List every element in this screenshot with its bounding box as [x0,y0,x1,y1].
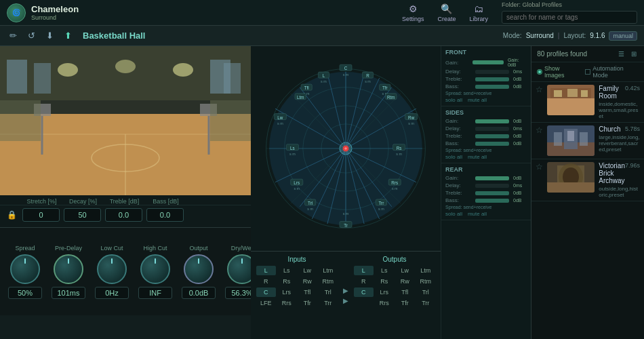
venue-svg [0,46,251,195]
app-logo: 🌀 [7,3,26,22]
automation-option[interactable]: Automation Mode [585,65,639,79]
svg-text:s m: s m [277,121,283,125]
input-Rtm: Rtm [319,277,338,286]
treble-label: Treble [dB] [106,198,143,205]
sides-solo-all[interactable]: solo all [445,154,462,160]
profile-time-1: 0.42s [625,85,640,101]
left-panel: Stretch [%] Decay [%] Treble [dB] Bass [… [0,46,251,339]
outputs-panel: Outputs L Ls Lw Ltm R Rs Rw Rtm C Lrs Tf… [348,252,441,339]
svg-text:s m: s m [378,207,384,211]
arrow-right-icon: ▶ [343,287,348,294]
profile-tags-2: large,inside,long,reverberant,sacred,pre… [599,134,640,153]
stretch-value[interactable]: 0 [22,208,60,222]
svg-text:C: C [344,66,348,71]
svg-text:Tfl: Tfl [304,85,309,90]
nav-library[interactable]: 🗂 Library [469,3,488,22]
input-L: L [256,266,276,275]
automation-label: Automation Mode [592,65,639,79]
svg-text:Rrs: Rrs [391,180,398,185]
nav-settings[interactable]: ⚙ Settings [402,3,424,22]
sides-mute-all[interactable]: mute all [468,154,487,160]
profile-view-buttons: ☰ ⊞ [616,49,639,58]
mode-label: Mode: [503,32,522,39]
profile-item-church[interactable]: ☆ Church 5.78s la [531,123,644,159]
profile-header: 80 profiles found ☰ ⊞ [531,46,644,62]
input-C: C [256,287,276,297]
svg-text:s m: s m [343,73,349,77]
profile-item-family-room[interactable]: ☆ Family Room 0.42s [531,82,644,123]
spread-label: Spread [15,245,35,252]
profile-tags-3: outside,long,historic,preset [599,186,640,198]
spread-control[interactable] [10,254,40,284]
output-Rs: Rs [375,277,395,286]
input-Trl: Trl [319,287,338,297]
svg-text:Ltm: Ltm [297,95,304,100]
lowcut-knob: Low Cut 0Hz [95,245,129,299]
predelay-label: Pre-Delay [55,245,82,252]
folder-area: Folder: Global Profiles [502,1,637,24]
rear-solo-all[interactable]: solo all [445,211,462,217]
profile-thumb-1 [547,85,595,115]
svg-point-8 [173,63,193,77]
svg-text:Rw: Rw [408,115,415,120]
profile-item-archway[interactable]: ☆ Victorian Brick Archway 7.96s [531,159,644,201]
center-panel: C s m L s m R s m Tfl s m Tf [251,46,441,339]
profile-name-1: Family Room [599,85,625,100]
sides-strip: SIDES Gain: 0dB Delay: 0ms Treble: 0dB B… [441,106,531,163]
output-Rtm: Rtm [416,277,436,286]
front-solo-all[interactable]: solo all [445,97,462,103]
folder-search-input[interactable] [502,11,637,24]
profile-thumb-3 [547,162,595,193]
star-icon-2[interactable]: ☆ [536,125,543,135]
treble-value[interactable]: 0.0 [105,208,142,222]
bass-label: Bass [dB] [147,198,184,205]
output-label: Output [189,245,207,252]
decay-value[interactable]: 50 [64,208,101,222]
star-icon-1[interactable]: ☆ [536,85,543,94]
svg-rect-18 [210,100,251,141]
list-view-btn[interactable]: ☰ [616,49,626,58]
download-button[interactable]: ⬇ [43,29,56,42]
front-gain: Gain: Gain: 0dB [445,58,527,67]
output-C: C [354,287,374,297]
nav-create[interactable]: 🔍 Create [437,3,456,22]
svg-rect-2 [7,60,27,94]
create-icon: 🔍 [441,3,452,14]
rear-mute-all[interactable]: mute all [468,211,487,217]
header: 🌀 Chameleon Surround ⚙ Settings 🔍 Create… [0,0,644,26]
input-Rrs: Rrs [277,298,297,308]
mode-area: Mode: Surround | Layout: 9.1.6 manual [503,31,637,41]
bass-value[interactable]: 0.0 [146,208,184,222]
inputs-title: Inputs [256,256,338,263]
edit-button[interactable]: ✏ [7,29,20,42]
show-images-option[interactable]: Show Images [537,65,580,79]
output-control[interactable] [184,254,214,284]
star-icon-3[interactable]: ☆ [536,162,543,172]
lowcut-control[interactable] [97,254,127,284]
output-Rrs: Rrs [375,298,395,308]
output-L: L [354,266,374,275]
manual-button[interactable]: manual [609,31,637,41]
input-Tfl: Tfl [298,287,317,297]
front-mute-all[interactable]: mute all [468,97,487,103]
logo-area: 🌀 Chameleon Surround [7,3,102,22]
svg-text:Tr: Tr [344,223,348,228]
highcut-control[interactable] [140,254,170,284]
main: Stretch [%] Decay [%] Treble [dB] Bass [… [0,46,644,339]
profile-panel: 80 profiles found ☰ ⊞ Show Images Automa… [531,46,644,339]
venue-image [0,46,251,195]
grid-view-btn[interactable]: ⊞ [629,49,639,58]
svg-text:Rtm: Rtm [387,95,395,100]
controls-label-row: Stretch [%] Decay [%] Treble [dB] Bass [… [0,195,251,205]
predelay-value: 101ms [52,287,85,299]
layout-value: 9.1.6 [590,32,605,39]
upload-button[interactable]: ⬆ [62,29,75,42]
decay-label: Decay [%] [64,198,102,205]
predelay-control[interactable] [54,254,83,284]
inputs-grid: L Ls Lw Ltm R Rs Rw Rtm C Lrs Tfl Trl LF… [256,266,338,308]
profile-count: 80 profiles found [537,50,587,58]
output-Rw: Rw [395,277,415,286]
refresh-button[interactable]: ↺ [25,29,38,42]
output-R: R [354,277,374,286]
profile-thumb-2 [547,125,595,156]
